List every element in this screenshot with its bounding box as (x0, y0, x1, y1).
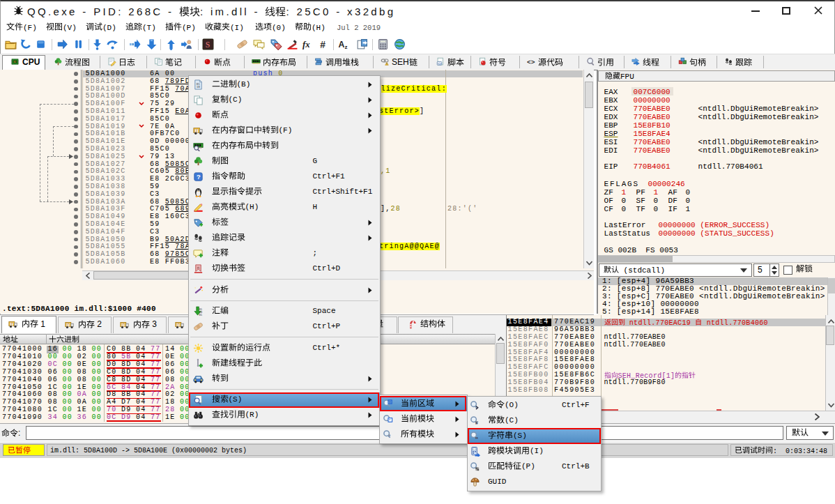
svg-text:#: # (475, 420, 478, 425)
svg-text:A: A (338, 40, 344, 49)
svg-text:?: ? (197, 174, 201, 181)
svg-text:<>: <> (438, 61, 442, 65)
svg-text:10: 10 (196, 85, 200, 89)
svg-text:S: S (205, 40, 210, 49)
svg-text:01: 01 (199, 313, 202, 316)
svg-text:fx: fx (302, 40, 310, 49)
svg-text:*: * (388, 433, 390, 439)
svg-text:#: # (320, 39, 325, 50)
svg-text:n: n (197, 266, 199, 270)
svg-text:32: 32 (13, 61, 16, 63)
svg-text:z: z (344, 44, 347, 50)
svg-text:<>: <> (527, 58, 535, 66)
